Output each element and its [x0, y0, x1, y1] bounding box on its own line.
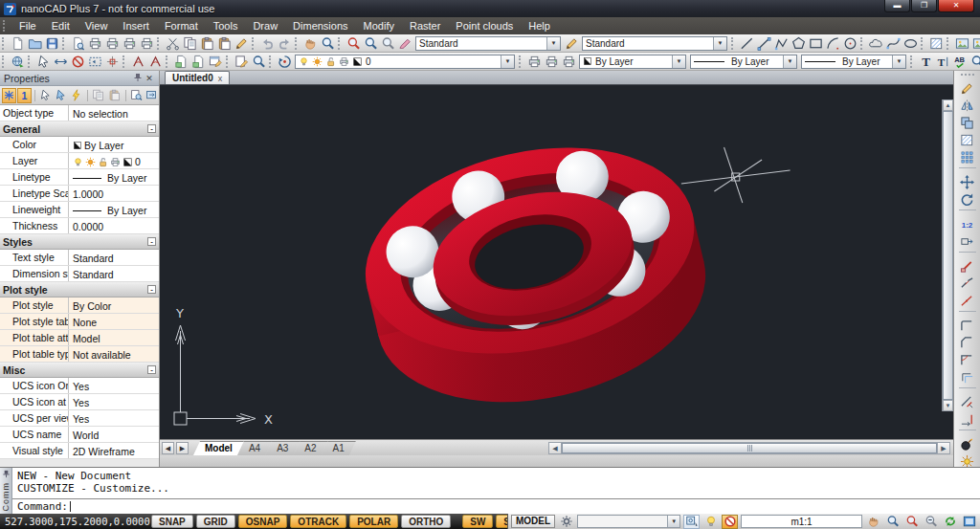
- extend-icon[interactable]: [957, 410, 978, 428]
- menu-file[interactable]: File: [11, 17, 44, 34]
- copy-icon[interactable]: [181, 35, 198, 52]
- attach-image2-icon[interactable]: [189, 54, 207, 70]
- break-icon[interactable]: [957, 275, 978, 292]
- close-button[interactable]: ✕: [938, 0, 974, 12]
- menu-modify[interactable]: Modify: [356, 17, 402, 34]
- move-icon[interactable]: [957, 173, 978, 190]
- property-value[interactable]: By Layer: [69, 169, 159, 185]
- save-icon[interactable]: [43, 35, 60, 52]
- browse-icon[interactable]: [250, 54, 267, 70]
- menu-raster[interactable]: Raster: [402, 17, 448, 34]
- property-value[interactable]: Yes: [69, 394, 159, 409]
- chamfer-icon[interactable]: [957, 317, 978, 334]
- cloud-icon[interactable]: [867, 35, 884, 52]
- toolbar-drag-handle[interactable]: [961, 74, 974, 77]
- explode-icon[interactable]: [957, 435, 978, 452]
- angle-dim-icon[interactable]: [129, 54, 146, 70]
- polygon-icon[interactable]: [790, 35, 807, 52]
- dim-style-combo[interactable]: Standard▼: [582, 36, 727, 51]
- paste-icon[interactable]: [198, 35, 215, 52]
- lineweight-combo[interactable]: By Layer▼: [801, 55, 906, 69]
- draw-order-icon[interactable]: [233, 54, 250, 70]
- chevron-down-icon[interactable]: ▼: [667, 516, 679, 527]
- region-icon[interactable]: [957, 131, 978, 148]
- chevron-down-icon[interactable]: ▼: [546, 37, 560, 50]
- property-value[interactable]: By Layer: [69, 137, 159, 152]
- regen-icon[interactable]: [942, 515, 958, 529]
- toggle-sw[interactable]: SW: [462, 515, 493, 528]
- minimize-button[interactable]: ▬: [884, 0, 910, 12]
- batch-plot-icon[interactable]: [138, 35, 155, 52]
- menu-tools[interactable]: Tools: [206, 17, 246, 34]
- toggle-snap[interactable]: SNAP: [151, 515, 193, 528]
- select-point-icon[interactable]: [103, 54, 121, 70]
- undo-icon[interactable]: [258, 35, 276, 52]
- property-value[interactable]: 2D Wireframe: [69, 443, 159, 458]
- layer-states-icon[interactable]: [525, 54, 543, 70]
- canvas-horizontal-scrollbar[interactable]: ◀ ▶: [548, 442, 950, 454]
- lightbulb-icon[interactable]: [702, 515, 719, 529]
- zoom-window-icon[interactable]: [345, 35, 362, 52]
- tab-close-icon[interactable]: x: [218, 74, 223, 83]
- find-text-icon[interactable]: [969, 54, 980, 70]
- menu-point-clouds[interactable]: Point clouds: [448, 17, 521, 34]
- redo-icon[interactable]: [276, 35, 293, 52]
- select-cursor-icon[interactable]: [34, 54, 52, 70]
- property-value[interactable]: Yes: [69, 410, 159, 426]
- tabs-scroll-right-icon[interactable]: ▶: [176, 442, 189, 454]
- property-value[interactable]: Model: [69, 330, 159, 345]
- menu-insert[interactable]: Insert: [115, 17, 157, 34]
- scroll-left-icon[interactable]: ◀: [549, 443, 562, 453]
- property-value[interactable]: Not available: [69, 346, 159, 362]
- property-value[interactable]: 0: [69, 153, 159, 168]
- new-icon[interactable]: [9, 35, 26, 52]
- zoom-extents-icon[interactable]: [379, 35, 396, 52]
- pick-add-button[interactable]: [54, 88, 68, 103]
- collapse-icon[interactable]: -: [147, 365, 156, 374]
- edit-block-icon[interactable]: [233, 35, 250, 52]
- menu-draw[interactable]: Draw: [245, 17, 285, 34]
- chevron-down-icon[interactable]: ▼: [672, 55, 685, 68]
- image-insert-icon[interactable]: [953, 35, 970, 52]
- pin-icon[interactable]: [132, 73, 144, 84]
- toggle-ortho[interactable]: ORTHO: [401, 515, 451, 528]
- ellipse-icon[interactable]: [902, 35, 919, 52]
- menu-format[interactable]: Format: [157, 17, 206, 34]
- stretch-icon[interactable]: [957, 232, 978, 250]
- text-style-icon[interactable]: T: [917, 54, 934, 70]
- horizontal-scroll-thumb[interactable]: [562, 443, 937, 453]
- select-rect-icon[interactable]: [86, 54, 103, 70]
- chevron-down-icon[interactable]: ▼: [501, 55, 514, 68]
- quick-select-button[interactable]: [69, 88, 83, 103]
- dim-brush-icon[interactable]: [563, 35, 580, 52]
- spell-check-icon[interactable]: AB: [951, 54, 969, 70]
- arc-icon[interactable]: [824, 35, 841, 52]
- select-off-icon[interactable]: [69, 54, 86, 70]
- gear-icon[interactable]: [558, 515, 574, 529]
- model-space-button[interactable]: MODEL: [511, 515, 555, 528]
- close-panel-icon[interactable]: ✕: [144, 73, 155, 84]
- zoom-icon[interactable]: [884, 515, 901, 529]
- property-value[interactable]: 1.0000: [69, 186, 159, 201]
- layout-tab-model[interactable]: Model: [193, 441, 244, 455]
- annotation-scale[interactable]: m1:1: [741, 515, 862, 528]
- view-rotate-icon[interactable]: [276, 54, 293, 70]
- menu-help[interactable]: Help: [521, 17, 558, 34]
- blend-icon[interactable]: [957, 351, 978, 368]
- text-style-combo[interactable]: Standard▼: [415, 36, 561, 51]
- rectangle-icon[interactable]: [807, 35, 824, 52]
- canvas-vertical-scrollbar[interactable]: ▲ ▼: [942, 99, 953, 411]
- layer-combo[interactable]: 0▼: [295, 55, 515, 69]
- scale-icon[interactable]: 1:2: [957, 215, 978, 232]
- image-adjust-icon[interactable]: [970, 35, 980, 52]
- toggle-polar[interactable]: POLAR: [349, 515, 398, 528]
- line-icon[interactable]: [738, 35, 755, 52]
- panel-options-button[interactable]: [145, 88, 159, 103]
- scroll-right-icon[interactable]: ▶: [937, 443, 949, 453]
- toolbar-drag-handle[interactable]: [2, 55, 7, 68]
- chevron-down-icon[interactable]: ▼: [713, 37, 726, 50]
- sc roll-down-icon[interactable]: ▼: [943, 400, 953, 411]
- mirror-icon[interactable]: [957, 97, 978, 114]
- circle-icon[interactable]: [841, 35, 858, 52]
- selection-cycling-icon[interactable]: [683, 515, 700, 529]
